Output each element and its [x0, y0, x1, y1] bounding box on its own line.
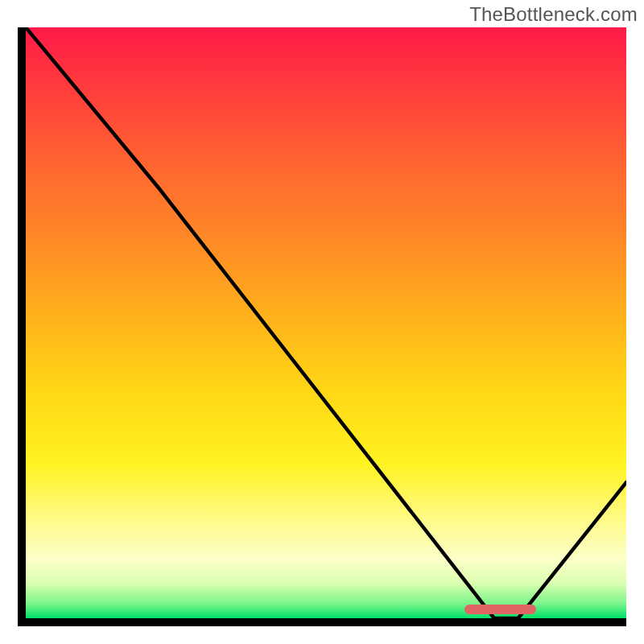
line-curve — [26, 27, 626, 618]
chart-container: TheBottleneck.com — [0, 0, 644, 644]
optimum-marker — [464, 605, 537, 614]
watermark-text: TheBottleneck.com — [469, 3, 638, 26]
curve-path — [26, 27, 626, 618]
plot-area — [18, 27, 626, 626]
